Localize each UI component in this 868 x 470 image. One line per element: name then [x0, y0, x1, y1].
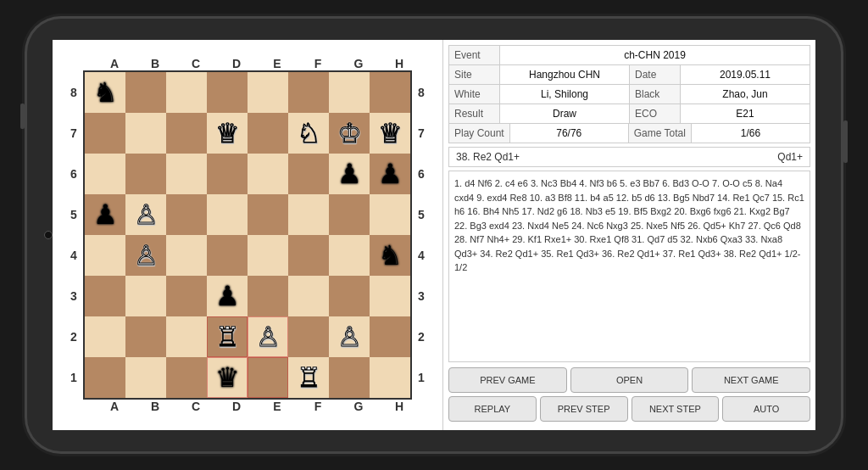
- board-cell[interactable]: ♟: [329, 154, 370, 194]
- board-cell[interactable]: ♙: [329, 316, 370, 357]
- play-count-row: Play Count 76/76 Game Total 1/66: [449, 124, 810, 143]
- board-cell[interactable]: [288, 194, 329, 235]
- game-total-label: Game Total: [629, 124, 692, 143]
- auto-button[interactable]: AUTO: [722, 396, 810, 422]
- board-cell[interactable]: [370, 72, 410, 113]
- board-cell[interactable]: [166, 316, 207, 357]
- rank-labels-left: 8 7 6 5 4 3 2 1: [64, 72, 83, 398]
- board-cell[interactable]: [85, 276, 125, 316]
- eco-value: E21: [681, 104, 810, 123]
- board-cell[interactable]: ♘: [288, 113, 329, 154]
- board-cell[interactable]: [85, 235, 125, 276]
- board-cell[interactable]: ♖: [288, 357, 329, 398]
- board-cell[interactable]: [370, 194, 410, 235]
- board-cell[interactable]: [248, 194, 288, 235]
- board-cell[interactable]: [329, 357, 370, 398]
- board-cell[interactable]: [207, 72, 248, 113]
- bottom-col-labels: A B C D E F G H: [94, 400, 420, 413]
- board-cell[interactable]: [166, 276, 207, 316]
- board-cell[interactable]: [125, 276, 166, 316]
- board-cell[interactable]: [85, 113, 125, 154]
- board-cell[interactable]: ♔: [329, 113, 370, 154]
- move-display: 38. Re2 Qd1+ Qd1+: [448, 147, 810, 167]
- board-cell[interactable]: [166, 357, 207, 398]
- board-cell[interactable]: ♟: [370, 154, 410, 194]
- board-cell[interactable]: [288, 316, 329, 357]
- board-cell[interactable]: [166, 72, 207, 113]
- board-cell[interactable]: [248, 357, 288, 398]
- date-label: Date: [630, 65, 681, 84]
- board-cell[interactable]: [248, 235, 288, 276]
- board-cell[interactable]: [329, 194, 370, 235]
- board-cell[interactable]: [85, 357, 125, 398]
- board-cell[interactable]: [125, 154, 166, 194]
- board-cell[interactable]: [370, 357, 410, 398]
- board-cell[interactable]: [248, 276, 288, 316]
- col-label-e-bottom: E: [257, 400, 298, 413]
- board-cell[interactable]: [248, 113, 288, 154]
- board-cell[interactable]: [248, 72, 288, 113]
- top-col-labels: A B C D E F G H: [94, 57, 420, 70]
- board-cell[interactable]: ♞: [370, 235, 410, 276]
- board-cell[interactable]: [329, 72, 370, 113]
- board-cell[interactable]: [166, 194, 207, 235]
- board-cell[interactable]: [370, 316, 410, 357]
- col-label-d-bottom: D: [216, 400, 257, 413]
- rank-7-right: 7: [412, 113, 431, 154]
- board-cell[interactable]: ♙: [125, 235, 166, 276]
- phone-screen: A B C D E F G H 8 7 6 5: [53, 40, 815, 430]
- board-cell[interactable]: ♟: [85, 194, 125, 235]
- board-cell[interactable]: [166, 113, 207, 154]
- open-button[interactable]: OPEN: [570, 367, 689, 393]
- board-cell[interactable]: [370, 276, 410, 316]
- board-cell[interactable]: [207, 154, 248, 194]
- board-cell[interactable]: ♕: [370, 113, 410, 154]
- board-section: A B C D E F G H 8 7 6 5: [53, 40, 442, 430]
- date-value: 2019.05.11: [681, 65, 810, 84]
- board-cell[interactable]: [288, 276, 329, 316]
- board-cell[interactable]: [329, 276, 370, 316]
- board-cell[interactable]: [288, 154, 329, 194]
- board-cell[interactable]: ♖: [207, 316, 248, 357]
- board-cell[interactable]: ♟: [207, 276, 248, 316]
- col-label-h: H: [379, 57, 420, 70]
- rank-5-right: 5: [412, 194, 431, 235]
- board-cell[interactable]: [85, 316, 125, 357]
- board-cell[interactable]: [207, 235, 248, 276]
- board-cell[interactable]: [125, 72, 166, 113]
- chess-board[interactable]: ♞♕♘♔♕♟♟♟♙♙♞♟♖♙♙♛♖: [83, 70, 412, 400]
- replay-button[interactable]: REPLAY: [448, 396, 537, 422]
- next-game-button[interactable]: NEXT GAME: [692, 367, 810, 393]
- board-cell[interactable]: ♕: [207, 113, 248, 154]
- board-cell[interactable]: ♙: [125, 194, 166, 235]
- board-cell[interactable]: [288, 72, 329, 113]
- next-step-button[interactable]: NEXT STEP: [632, 396, 720, 422]
- board-cell[interactable]: ♙: [248, 316, 288, 357]
- board-cell[interactable]: [329, 235, 370, 276]
- board-cell[interactable]: [125, 316, 166, 357]
- board-cell[interactable]: [166, 154, 207, 194]
- board-cell[interactable]: [288, 235, 329, 276]
- eco-label: ECO: [630, 104, 681, 123]
- board-cell[interactable]: [166, 235, 207, 276]
- board-cell[interactable]: [125, 357, 166, 398]
- step-nav-buttons: REPLAY PREV STEP NEXT STEP AUTO: [448, 396, 810, 422]
- board-with-ranks: 8 7 6 5 4 3 2 1 ♞♕♘♔♕♟♟♟♙♙♞♟♖♙♙♛♖: [64, 70, 431, 400]
- board-cell[interactable]: ♞: [85, 72, 125, 113]
- chess-piece: ♕: [378, 120, 403, 147]
- board-cell[interactable]: [248, 154, 288, 194]
- rank-6: 6: [64, 154, 83, 194]
- prev-step-button[interactable]: PREV STEP: [540, 396, 628, 422]
- board-cell[interactable]: [85, 154, 125, 194]
- board-container: A B C D E F G H 8 7 6 5: [64, 57, 431, 413]
- rank-4-right: 4: [412, 235, 431, 276]
- white-value: Li, Shilong: [500, 85, 630, 104]
- prev-game-button[interactable]: PREV GAME: [448, 367, 567, 393]
- col-label-f: F: [298, 57, 338, 70]
- board-cell[interactable]: [125, 113, 166, 154]
- chess-piece: ♘: [297, 120, 321, 147]
- board-cell[interactable]: [207, 194, 248, 235]
- rank-8: 8: [64, 72, 83, 113]
- col-label-b: B: [135, 57, 175, 70]
- board-cell[interactable]: ♛: [207, 357, 248, 398]
